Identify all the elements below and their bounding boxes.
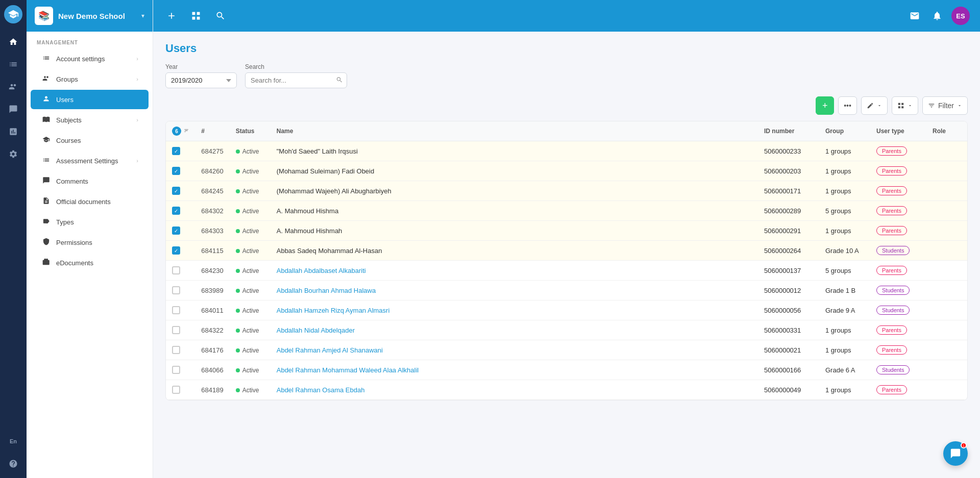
row-name[interactable]: Abdallah Nidal Abdelqader: [271, 320, 758, 340]
school-selector[interactable]: 📚 New Demo School ▾: [27, 0, 153, 32]
row-checkbox[interactable]: [172, 306, 180, 314]
permissions-icon: [41, 238, 51, 247]
school-logo: 📚: [35, 7, 53, 25]
row-checkbox[interactable]: [172, 286, 180, 294]
row-name[interactable]: Abdel Rahman Osama Ebdah: [271, 380, 758, 400]
table-row: ✓ 684302 Active A. Mahmoud Hishma 506000…: [166, 201, 967, 221]
row-group: Grade 10 A: [819, 241, 870, 261]
row-id-number: 5060000264: [758, 241, 819, 261]
filter-button[interactable]: Filter: [922, 96, 968, 115]
user-name-link[interactable]: Abdel Rahman Osama Ebdah: [277, 386, 365, 394]
row-role: [926, 201, 967, 221]
row-id-number: 5060000171: [758, 181, 819, 201]
row-checkbox-cell: ✓: [166, 201, 195, 221]
user-name-link[interactable]: Abdallah Nidal Abdelqader: [277, 326, 355, 334]
row-status: Active: [230, 360, 271, 380]
row-checkbox[interactable]: ✓: [172, 147, 180, 155]
user-name-link[interactable]: Abdel Rahman Mohammad Waleed Alaa Alkhal…: [277, 366, 419, 374]
sidebar-item-comments[interactable]: Comments: [31, 171, 149, 191]
assessment-icon: [41, 156, 51, 165]
sidebar-item-account-settings[interactable]: Account settings ›: [31, 49, 149, 68]
status-indicator: Active: [236, 247, 259, 255]
strip-lang-icon[interactable]: En: [4, 432, 22, 450]
row-id-number: 5060000137: [758, 261, 819, 281]
row-checkbox[interactable]: ✓: [172, 167, 180, 175]
row-checkbox[interactable]: ✓: [172, 207, 180, 215]
edit-button[interactable]: [861, 96, 888, 115]
user-name-link[interactable]: Abdallah Abdalbaset Alkabariti: [277, 267, 366, 274]
sidebar-item-permissions[interactable]: Permissions: [31, 233, 149, 252]
row-name[interactable]: Abdallah Hamzeh Rizq Ayman Almasri: [271, 300, 758, 320]
row-role: [926, 320, 967, 340]
row-checkbox[interactable]: [172, 366, 180, 374]
user-type-badge: Parents: [876, 186, 907, 195]
row-role: [926, 281, 967, 300]
user-type-badge: Parents: [876, 166, 907, 175]
sidebar-item-assessment-settings[interactable]: Assessment Settings ›: [31, 151, 149, 170]
row-checkbox[interactable]: ✓: [172, 246, 180, 255]
row-name[interactable]: Abdallah Abdalbaset Alkabariti: [271, 261, 758, 281]
row-checkbox[interactable]: [172, 346, 180, 354]
row-checkbox[interactable]: [172, 386, 180, 394]
grid-button[interactable]: [188, 8, 204, 24]
sidebar-item-edocuments[interactable]: eDocuments: [31, 253, 149, 272]
notifications-icon[interactable]: [929, 8, 945, 24]
more-options-button[interactable]: •••: [838, 96, 857, 115]
strip-help-icon[interactable]: [4, 455, 22, 473]
app-logo[interactable]: [4, 5, 22, 23]
row-name[interactable]: Abdel Rahman Amjed Al Shanawani: [271, 340, 758, 360]
row-user-type: Students: [870, 300, 926, 320]
year-filter-select[interactable]: 2019/2020 2020/2021 2021/2022: [165, 72, 237, 88]
status-indicator: Active: [236, 287, 259, 294]
col-id-number: ID number: [758, 121, 819, 141]
row-id-number: 5060000233: [758, 141, 819, 161]
user-name-link[interactable]: Abdel Rahman Amjed Al Shanawani: [277, 346, 383, 354]
strip-chart-icon[interactable]: [4, 122, 22, 141]
status-indicator: Active: [236, 367, 259, 374]
row-role: [926, 241, 967, 261]
row-checkbox[interactable]: ✓: [172, 227, 180, 235]
status-indicator: Active: [236, 188, 259, 195]
row-id-number: 5060000166: [758, 360, 819, 380]
row-id-number: 5060000049: [758, 380, 819, 400]
user-type-badge: Students: [876, 306, 910, 315]
strip-list-icon[interactable]: [4, 55, 22, 73]
strip-dashboard-icon[interactable]: [4, 33, 22, 51]
strip-settings-icon[interactable]: [4, 145, 22, 163]
sidebar-item-users[interactable]: Users: [31, 90, 149, 109]
row-role: [926, 380, 967, 400]
top-search-button[interactable]: [212, 8, 229, 24]
view-toggle-button[interactable]: [892, 96, 918, 115]
subjects-chevron-icon: ›: [136, 117, 138, 123]
row-checkbox[interactable]: [172, 326, 180, 334]
mail-icon[interactable]: [906, 8, 923, 24]
chat-button[interactable]: 1: [943, 441, 968, 466]
comments-label: Comments: [56, 178, 138, 185]
row-checkbox[interactable]: [172, 266, 180, 274]
strip-message-icon[interactable]: [4, 100, 22, 118]
user-name-link[interactable]: Abdallah Hamzeh Rizq Ayman Almasri: [277, 307, 390, 314]
sidebar-item-official-documents[interactable]: Official documents: [31, 192, 149, 211]
add-user-button[interactable]: +: [816, 96, 834, 115]
add-button[interactable]: [163, 8, 180, 24]
table-row: ✓ 684260 Active (Mohamad Suleiman) Fadi …: [166, 161, 967, 181]
row-name[interactable]: Abdel Rahman Mohammad Waleed Alaa Alkhal…: [271, 360, 758, 380]
row-name[interactable]: Abdallah Bourhan Ahmad Halawa: [271, 281, 758, 300]
user-name-link[interactable]: Abdallah Bourhan Ahmad Halawa: [277, 287, 376, 294]
sidebar-item-courses[interactable]: Courses: [31, 131, 149, 150]
sidebar-item-types[interactable]: Types: [31, 212, 149, 232]
sidebar-item-subjects[interactable]: Subjects ›: [31, 110, 149, 130]
filters-row: Year 2019/2020 2020/2021 2021/2022 Searc…: [165, 63, 968, 88]
user-avatar[interactable]: ES: [951, 7, 970, 25]
sidebar-item-groups[interactable]: Groups ›: [31, 69, 149, 89]
row-checkbox[interactable]: ✓: [172, 187, 180, 195]
row-id-number: 5060000289: [758, 201, 819, 221]
row-id-number: 5060000203: [758, 161, 819, 181]
row-id-number: 5060000021: [758, 340, 819, 360]
search-input[interactable]: [245, 72, 347, 88]
status-indicator: Active: [236, 387, 259, 394]
subjects-label: Subjects: [56, 116, 131, 124]
subjects-icon: [41, 115, 51, 124]
strip-users-icon[interactable]: [4, 78, 22, 96]
user-type-badge: Parents: [876, 345, 907, 355]
